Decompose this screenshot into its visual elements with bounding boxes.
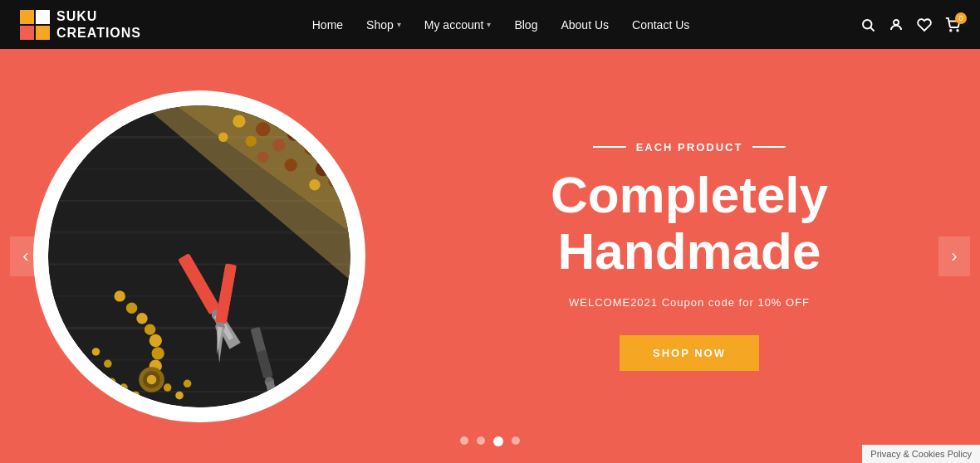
search-icon <box>860 17 875 32</box>
hero-dot-4[interactable] <box>512 436 520 445</box>
svg-point-32 <box>136 313 147 324</box>
hero-dot-2[interactable] <box>477 436 485 445</box>
main-nav: Home Shop▾ My account▾ Blog About Us Con… <box>312 18 690 32</box>
hero-image-area <box>0 49 399 463</box>
hero-next-button[interactable]: › <box>938 236 970 276</box>
svg-point-0 <box>863 20 872 29</box>
svg-point-3 <box>950 30 952 32</box>
svg-point-25 <box>233 115 245 127</box>
header-icons: 0 <box>860 17 960 32</box>
hero-section: ‹ <box>0 49 980 463</box>
svg-point-48 <box>175 391 184 399</box>
account-caret: ▾ <box>487 20 491 29</box>
svg-point-41 <box>104 359 112 368</box>
nav-blog[interactable]: Blog <box>514 18 537 32</box>
search-button[interactable] <box>860 17 875 32</box>
svg-point-22 <box>257 151 268 162</box>
header: SUKU CREATIONS Home Shop▾ My account▾ Bl… <box>0 0 980 49</box>
svg-line-1 <box>870 27 874 31</box>
svg-point-34 <box>149 334 162 346</box>
logo-text: SUKU CREATIONS <box>56 8 141 40</box>
each-product-label: EACH PRODUCT <box>593 141 786 154</box>
nav-my-account[interactable]: My account▾ <box>424 18 492 32</box>
svg-point-23 <box>284 158 296 171</box>
privacy-notice[interactable]: Privacy & Cookies Policy <box>862 445 980 463</box>
svg-point-29 <box>309 179 320 190</box>
svg-point-17 <box>256 122 270 136</box>
each-product-text: EACH PRODUCT <box>636 141 743 154</box>
svg-point-40 <box>92 348 100 356</box>
hero-content: EACH PRODUCT Completely Handmade WELCOME… <box>399 141 980 371</box>
svg-point-24 <box>316 162 330 176</box>
hero-title: Completely Handmade <box>551 167 828 280</box>
nav-home[interactable]: Home <box>312 18 343 32</box>
logo[interactable]: SUKU CREATIONS <box>20 8 141 40</box>
hero-coupon: WELCOME2021 Coupon code for 10% OFF <box>569 296 810 309</box>
svg-point-30 <box>115 290 125 301</box>
svg-point-49 <box>184 379 192 387</box>
shop-now-button[interactable]: SHOP NOW <box>620 335 759 371</box>
hero-prev-button[interactable]: ‹ <box>10 236 42 276</box>
nav-shop[interactable]: Shop▾ <box>366 18 401 32</box>
cart-button[interactable]: 0 <box>945 17 960 32</box>
svg-point-20 <box>304 143 316 155</box>
svg-point-19 <box>287 124 302 140</box>
svg-point-35 <box>152 347 164 359</box>
nav-about[interactable]: About Us <box>561 18 609 32</box>
svg-point-21 <box>320 129 334 144</box>
svg-point-26 <box>246 135 257 146</box>
svg-point-39 <box>147 374 156 383</box>
svg-point-31 <box>126 302 137 313</box>
hero-circle-frame <box>33 90 365 422</box>
svg-point-18 <box>272 139 285 151</box>
user-button[interactable] <box>889 17 904 32</box>
svg-point-42 <box>88 371 96 379</box>
svg-point-47 <box>164 383 172 392</box>
svg-point-43 <box>108 378 116 386</box>
svg-point-2 <box>894 20 899 25</box>
hero-circle-image <box>48 105 350 407</box>
label-line-left <box>593 146 626 148</box>
hero-dots <box>460 436 520 446</box>
svg-point-28 <box>328 174 341 187</box>
svg-point-46 <box>132 391 140 399</box>
cart-count: 0 <box>955 12 967 24</box>
nav-contact[interactable]: Contact Us <box>632 18 689 32</box>
svg-point-33 <box>145 324 155 334</box>
label-line-right <box>752 146 786 148</box>
hero-dot-1[interactable] <box>460 436 468 445</box>
heart-icon <box>917 17 932 32</box>
wishlist-button[interactable] <box>917 17 932 32</box>
shop-caret: ▾ <box>397 20 401 29</box>
logo-icon <box>20 10 50 40</box>
svg-point-44 <box>96 387 104 396</box>
svg-point-27 <box>218 132 228 141</box>
user-icon <box>889 17 904 32</box>
svg-point-45 <box>120 383 128 392</box>
hero-dot-3[interactable] <box>493 436 503 446</box>
svg-point-4 <box>957 30 958 32</box>
